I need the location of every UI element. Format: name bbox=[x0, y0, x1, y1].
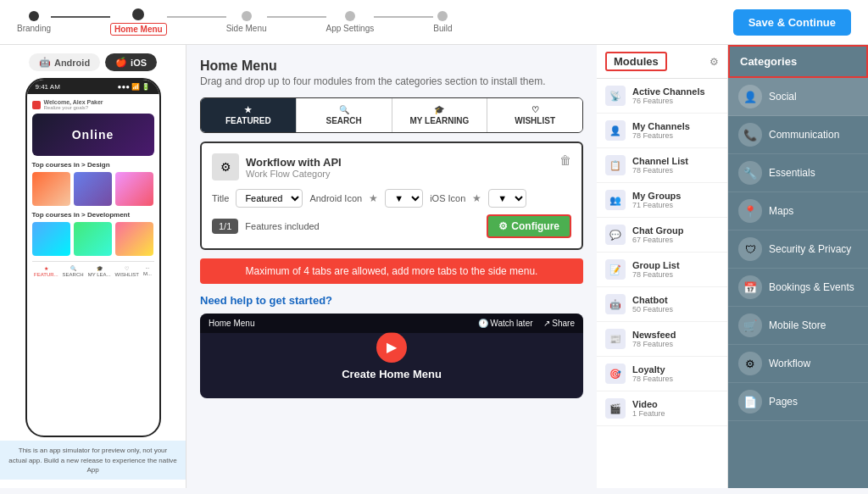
title-select[interactable]: Featured bbox=[236, 189, 303, 208]
categories-panel-title: Categories bbox=[728, 45, 868, 78]
step-dot-side-menu bbox=[242, 11, 252, 21]
save-continue-button[interactable]: Save & Continue bbox=[733, 9, 851, 36]
modules-gear-icon[interactable]: ⚙ bbox=[709, 56, 719, 68]
step-label-home-menu: Home Menu bbox=[110, 23, 167, 36]
dev-card-2 bbox=[74, 222, 112, 256]
step-label-app-settings: App Settings bbox=[326, 24, 375, 33]
module-item-my-groups[interactable]: 👥 My Groups 71 Features bbox=[597, 183, 727, 218]
phone-section-dev: Top courses in > Development bbox=[32, 211, 154, 219]
ios-tab[interactable]: 🍎 iOS bbox=[105, 53, 157, 71]
android-label: Android bbox=[54, 58, 90, 68]
video-name: Video bbox=[632, 399, 719, 409]
workflow-label: Workflow bbox=[769, 358, 810, 369]
panel-header: Home Menu Drag and drop up to four modul… bbox=[200, 58, 583, 87]
module-item-chatbot[interactable]: 🤖 Chatbot 50 Features bbox=[597, 287, 727, 322]
module-item-channel-list[interactable]: 📋 Channel List 78 Features bbox=[597, 148, 727, 183]
simulator-notice: This is an app simulator for preview onl… bbox=[0, 441, 186, 480]
tab-search[interactable]: 🔍 SEARCH bbox=[297, 98, 392, 132]
ios-label: iOS bbox=[131, 58, 147, 68]
pages-label: Pages bbox=[769, 396, 798, 408]
phone-nav-search[interactable]: 🔍SEARCH bbox=[63, 265, 84, 277]
dev-card-3 bbox=[115, 222, 153, 256]
module-item-my-channels[interactable]: 👤 My Channels 78 Features bbox=[597, 114, 727, 148]
mobile-store-icon: 🛒 bbox=[738, 314, 762, 337]
phone-content: Welcome, Alex Paker Realize your goals? … bbox=[27, 94, 159, 286]
phone-hero-image: Online bbox=[32, 114, 154, 156]
watch-later-icon[interactable]: 🕐 Watch later bbox=[478, 319, 533, 328]
mobile-store-label: Mobile Store bbox=[769, 319, 826, 331]
social-icon: 👤 bbox=[738, 85, 762, 108]
category-item-security-privacy[interactable]: 🛡 Security & Privacy bbox=[728, 230, 868, 269]
play-button[interactable]: ▶ bbox=[376, 332, 407, 363]
star-icon: ★ bbox=[244, 105, 252, 114]
phone-design-cards bbox=[32, 172, 154, 206]
android-tab[interactable]: 🤖 Android bbox=[29, 53, 100, 71]
module-item-loyalty[interactable]: 🎯 Loyalty 78 Features bbox=[597, 357, 727, 391]
category-item-bookings-events[interactable]: 📅 Bookings & Events bbox=[728, 269, 868, 307]
category-item-communication[interactable]: 📞 Communication bbox=[728, 116, 868, 154]
group-list-icon: 📝 bbox=[605, 259, 626, 280]
step-dot-home-menu bbox=[132, 8, 144, 20]
step-build[interactable]: Build bbox=[433, 11, 452, 33]
channel-list-name: Channel List bbox=[632, 156, 719, 166]
tagline: Realize your goals? bbox=[44, 105, 103, 110]
welcome-text: Welcome, Alex Paker bbox=[44, 99, 103, 105]
channel-list-features: 78 Features bbox=[632, 166, 719, 175]
chat-group-info: Chat Group 67 Features bbox=[632, 225, 719, 244]
panel-title: Home Menu bbox=[200, 58, 583, 74]
category-item-mobile-store[interactable]: 🛒 Mobile Store bbox=[728, 307, 868, 345]
connector-1 bbox=[51, 16, 110, 18]
share-icon[interactable]: ↗ Share bbox=[543, 319, 575, 328]
features-row: 1/1 Features included ⚙ Configure bbox=[212, 214, 571, 238]
essentials-icon: 🔧 bbox=[738, 161, 762, 185]
video-thumbnail[interactable]: Home Menu 🕐 Watch later ↗ Share ▶ Create… bbox=[200, 314, 583, 398]
tab-my-learning[interactable]: 🎓 MY LEARNING bbox=[392, 98, 488, 132]
platform-tabs: 🤖 Android 🍎 iOS bbox=[29, 53, 157, 71]
modules-list: 📡 Active Channels 76 Features 👤 My Chann… bbox=[597, 79, 727, 488]
step-home-menu[interactable]: Home Menu bbox=[110, 8, 167, 36]
module-card: ⚙ Workflow with API Work Flow Category 🗑… bbox=[200, 142, 583, 250]
phone-nav-wishlist[interactable]: ♡WISHLIST bbox=[115, 265, 139, 277]
phone-nav-more[interactable]: ···M... bbox=[143, 265, 152, 277]
active-channels-info: Active Channels 76 Features bbox=[632, 86, 719, 105]
phone-nav-mylearning[interactable]: 🎓MY LEA... bbox=[88, 265, 111, 277]
module-item-newsfeed[interactable]: 📰 Newsfeed 78 Features bbox=[597, 322, 727, 357]
delete-module-button[interactable]: 🗑 bbox=[559, 153, 571, 167]
step-app-settings[interactable]: App Settings bbox=[326, 11, 375, 33]
module-item-active-channels[interactable]: 📡 Active Channels 76 Features bbox=[597, 79, 727, 114]
steps-container: Branding Home Menu Side Menu App Setting… bbox=[17, 8, 452, 36]
bookings-events-icon: 📅 bbox=[738, 275, 762, 299]
newsfeed-icon: 📰 bbox=[605, 329, 626, 349]
category-item-maps[interactable]: 📍 Maps bbox=[728, 192, 868, 230]
tab-wishlist[interactable]: ♡ WISHLIST bbox=[487, 98, 582, 132]
module-card-name: Workflow with API bbox=[246, 156, 342, 169]
ios-icon-select[interactable]: ▼ bbox=[488, 189, 526, 208]
module-config-row: Title Featured Android Icon ★ ▼ iOS Icon… bbox=[212, 189, 571, 208]
category-item-workflow[interactable]: ⚙ Workflow bbox=[728, 345, 868, 383]
category-item-pages[interactable]: 📄 Pages bbox=[728, 383, 868, 421]
phone-nav-featured[interactable]: ★FEATUR... bbox=[34, 265, 58, 277]
step-branding[interactable]: Branding bbox=[17, 11, 51, 33]
module-item-chat-group[interactable]: 💬 Chat Group 67 Features bbox=[597, 218, 727, 253]
tab-featured[interactable]: ★ FEATURED bbox=[201, 98, 297, 132]
category-item-social[interactable]: 👤 Social bbox=[728, 78, 868, 116]
category-item-essentials[interactable]: 🔧 Essentials bbox=[728, 154, 868, 192]
module-item-group-list[interactable]: 📝 Group List 78 Features bbox=[597, 253, 727, 287]
module-item-video[interactable]: 🎬 Video 1 Feature bbox=[597, 391, 727, 426]
tab-wishlist-label: WISHLIST bbox=[515, 116, 555, 125]
search-icon: 🔍 bbox=[339, 105, 349, 114]
modules-panel: Modules ⚙ 📡 Active Channels 76 Features … bbox=[597, 45, 728, 488]
my-groups-name: My Groups bbox=[632, 191, 719, 201]
android-star: ★ bbox=[369, 192, 378, 204]
step-label-branding: Branding bbox=[17, 24, 51, 33]
configure-label: Configure bbox=[511, 220, 559, 232]
dev-card-1 bbox=[32, 222, 70, 256]
help-section: Need help to get started? Home Menu 🕐 Wa… bbox=[200, 294, 583, 398]
brand-logo bbox=[32, 101, 41, 109]
chat-group-name: Chat Group bbox=[632, 225, 719, 236]
android-icon-select[interactable]: ▼ bbox=[385, 189, 423, 208]
tab-featured-label: FEATURED bbox=[225, 116, 271, 125]
step-side-menu[interactable]: Side Menu bbox=[226, 11, 267, 33]
video-icon: 🎬 bbox=[605, 398, 626, 419]
configure-button[interactable]: ⚙ Configure bbox=[487, 214, 571, 238]
